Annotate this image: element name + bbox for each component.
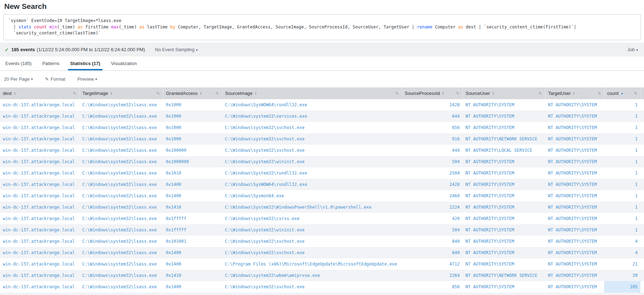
- cell-SourceUser[interactable]: NT AUTHORITY\SYSTEM: [463, 179, 545, 190]
- cell-SourceUser[interactable]: NT AUTHORITY\SYSTEM: [463, 122, 545, 133]
- cell-TargetImage[interactable]: C:\Windows\system32\lsass.exe: [79, 133, 163, 145]
- event-sampling-dropdown[interactable]: No Event Sampling▾: [155, 47, 198, 52]
- edit-column-icon[interactable]: ✎: [70, 91, 76, 96]
- cell-SourceProcessId[interactable]: 2224: [402, 202, 463, 213]
- cell-SourceImage[interactable]: C:\Windows\system32\svchost.exe: [222, 145, 402, 156]
- cell-SourceProcessId[interactable]: 2460: [402, 190, 463, 202]
- cell-GrantedAccess[interactable]: 0x101001: [163, 236, 222, 247]
- cell-SourceImage[interactable]: C:\Windows\SysWOW64\rundll32.exe: [222, 99, 402, 111]
- cell-SourceUser[interactable]: NT AUTHORITY\SYSTEM: [463, 111, 545, 122]
- cell-SourceUser[interactable]: NT AUTHORITY\NETWORK SERVICE: [463, 133, 545, 145]
- cell-SourceImage[interactable]: C:\Windows\system32\csrss.exe: [222, 213, 402, 224]
- cell-TargetUser[interactable]: NT AUTHORITY\SYSTEM: [545, 224, 604, 236]
- cell-count[interactable]: 1: [604, 99, 640, 111]
- cell-TargetImage[interactable]: C:\Windows\system32\lsass.exe: [79, 122, 163, 133]
- column-header-TargetImage[interactable]: TargetImage▲▼✎: [79, 87, 163, 99]
- cell-SourceImage[interactable]: C:\Windows\system32\wbem\wmiprvse.exe: [222, 270, 402, 281]
- cell-GrantedAccess[interactable]: 0x1fffff: [163, 224, 222, 236]
- cell-TargetImage[interactable]: C:\Windows\system32\lsass.exe: [79, 167, 163, 179]
- cell-SourceUser[interactable]: NT AUTHORITY\LOCAL SERVICE: [463, 145, 545, 156]
- cell-SourceProcessId[interactable]: 2504: [402, 167, 463, 179]
- tab-visualization[interactable]: Visualization: [106, 57, 142, 70]
- cell-TargetUser[interactable]: NT AUTHORITY\SYSTEM: [545, 145, 604, 156]
- cell-TargetUser[interactable]: NT AUTHORITY\SYSTEM: [545, 213, 604, 224]
- cell-SourceUser[interactable]: NT AUTHORITY\SYSTEM: [463, 167, 545, 179]
- cell-SourceImage[interactable]: C:\Windows\System32\rundll32.exe: [222, 167, 402, 179]
- edit-column-icon[interactable]: ✎: [454, 91, 459, 96]
- cell-SourceUser[interactable]: NT AUTHORITY\SYSTEM: [463, 281, 545, 293]
- cell-GrantedAccess[interactable]: 0x1000: [163, 133, 222, 145]
- cell-SourceUser[interactable]: NT AUTHORITY\SYSTEM: [463, 213, 545, 224]
- cell-GrantedAccess[interactable]: 0x1400: [163, 179, 222, 190]
- cell-SourceProcessId[interactable]: 504: [402, 224, 463, 236]
- cell-count[interactable]: 1: [604, 179, 640, 190]
- cell-SourceProcessId[interactable]: 856: [402, 281, 463, 293]
- cell-dest[interactable]: win-dc-137.attackrange.local: [0, 202, 79, 213]
- cell-SourceImage[interactable]: C:\Windows\system32\services.exe: [222, 111, 402, 122]
- column-header-TargetUser[interactable]: TargetUser▲▼✎: [545, 87, 604, 99]
- column-header-SourceImage[interactable]: SourceImage▲▼✎: [222, 87, 402, 99]
- cell-TargetImage[interactable]: C:\Windows\system32\lsass.exe: [79, 156, 163, 167]
- edit-column-icon[interactable]: ✎: [595, 91, 601, 96]
- cell-SourceProcessId[interactable]: 840: [402, 247, 463, 258]
- cell-count[interactable]: 105: [604, 281, 640, 293]
- cell-TargetImage[interactable]: C:\Windows\system32\lsass.exe: [79, 281, 163, 293]
- cell-TargetUser[interactable]: NT AUTHORITY\SYSTEM: [545, 179, 604, 190]
- cell-TargetUser[interactable]: NT AUTHORITY\SYSTEM: [545, 99, 604, 111]
- cell-SourceUser[interactable]: NT AUTHORITY\SYSTEM: [463, 236, 545, 247]
- cell-TargetUser[interactable]: NT AUTHORITY\SYSTEM: [545, 111, 604, 122]
- cell-SourceProcessId[interactable]: 916: [402, 133, 463, 145]
- preview-dropdown[interactable]: Preview▾: [77, 76, 97, 82]
- cell-TargetImage[interactable]: C:\Windows\system32\lsass.exe: [79, 179, 163, 190]
- cell-SourceImage[interactable]: C:\Program Files (x86)\Microsoft\EdgeUpd…: [222, 258, 402, 270]
- column-header-count[interactable]: count▲✎: [604, 87, 640, 99]
- cell-count[interactable]: 1: [604, 145, 640, 156]
- cell-SourceUser[interactable]: NT AUTHORITY\SYSTEM: [463, 247, 545, 258]
- cell-dest[interactable]: win-dc-137.attackrange.local: [0, 122, 79, 133]
- cell-TargetUser[interactable]: NT AUTHORITY\SYSTEM: [545, 270, 604, 281]
- cell-TargetImage[interactable]: C:\Windows\system32\lsass.exe: [79, 270, 163, 281]
- cell-GrantedAccess[interactable]: 0x1000: [163, 122, 222, 133]
- cell-TargetUser[interactable]: NT AUTHORITY\SYSTEM: [545, 202, 604, 213]
- cell-dest[interactable]: win-dc-137.attackrange.local: [0, 179, 79, 190]
- column-header-SourceProcessId[interactable]: SourceProcessId▲▼✎: [402, 87, 463, 99]
- cell-count[interactable]: 1: [604, 190, 640, 202]
- cell-count[interactable]: 1: [604, 133, 640, 145]
- cell-SourceProcessId[interactable]: 420: [402, 213, 463, 224]
- cell-SourceImage[interactable]: C:\Windows\System32\WindowsPowerShell\v1…: [222, 202, 402, 213]
- cell-GrantedAccess[interactable]: 0x1400: [163, 281, 222, 293]
- cell-SourceUser[interactable]: NT AUTHORITY\SYSTEM: [463, 202, 545, 213]
- cell-dest[interactable]: win-dc-137.attackrange.local: [0, 111, 79, 122]
- edit-column-icon[interactable]: ✎: [213, 91, 219, 96]
- cell-dest[interactable]: win-dc-137.attackrange.local: [0, 281, 79, 293]
- cell-GrantedAccess[interactable]: 0x1410: [163, 202, 222, 213]
- cell-dest[interactable]: win-dc-137.attackrange.local: [0, 247, 79, 258]
- cell-SourceImage[interactable]: C:\Windows\system32\svchost.exe: [222, 133, 402, 145]
- cell-TargetUser[interactable]: NT AUTHORITY\SYSTEM: [545, 156, 604, 167]
- cell-count[interactable]: 1: [604, 224, 640, 236]
- cell-SourceUser[interactable]: NT AUTHORITY\SYSTEM: [463, 190, 545, 202]
- cell-SourceProcessId[interactable]: 2264: [402, 270, 463, 281]
- cell-SourceImage[interactable]: C:\Windows\system32\svchost.exe: [222, 281, 402, 293]
- cell-SourceImage[interactable]: C:\Windows\SysWOW64\rundll32.exe: [222, 179, 402, 190]
- cell-TargetImage[interactable]: C:\Windows\system32\lsass.exe: [79, 258, 163, 270]
- cell-count[interactable]: 1: [604, 156, 640, 167]
- job-dropdown[interactable]: Job▾: [627, 47, 638, 52]
- cell-GrantedAccess[interactable]: 0x1010: [163, 167, 222, 179]
- cell-count[interactable]: 1: [604, 213, 640, 224]
- cell-dest[interactable]: win-dc-137.attackrange.local: [0, 156, 79, 167]
- cell-TargetImage[interactable]: C:\Windows\system32\lsass.exe: [79, 202, 163, 213]
- cell-TargetImage[interactable]: C:\Windows\system32\lsass.exe: [79, 247, 163, 258]
- per-page-dropdown[interactable]: 20 Per Page▾: [4, 76, 33, 82]
- cell-TargetImage[interactable]: C:\Windows\system32\lsass.exe: [79, 145, 163, 156]
- cell-SourceImage[interactable]: C:\Windows\system32\svchost.exe: [222, 247, 402, 258]
- cell-TargetImage[interactable]: C:\Windows\system32\lsass.exe: [79, 236, 163, 247]
- cell-dest[interactable]: win-dc-137.attackrange.local: [0, 236, 79, 247]
- cell-GrantedAccess[interactable]: 0x1000: [163, 99, 222, 111]
- search-query-input[interactable]: `sysmon` EventCode=10 TargetImage=*lsass…: [3, 14, 641, 40]
- cell-SourceProcessId[interactable]: 2428: [402, 99, 463, 111]
- cell-GrantedAccess[interactable]: 0x100000: [163, 145, 222, 156]
- cell-count[interactable]: 4: [604, 236, 640, 247]
- tab-events[interactable]: Events (185): [0, 57, 37, 70]
- cell-SourceProcessId[interactable]: 4712: [402, 258, 463, 270]
